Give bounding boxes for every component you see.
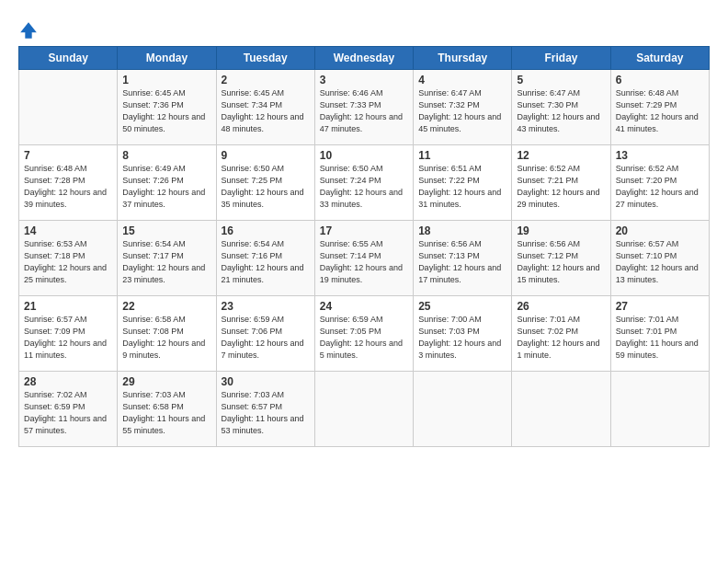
day-info: Sunrise: 6:52 AMSunset: 7:20 PMDaylight:… xyxy=(616,163,705,211)
calendar-cell: 11Sunrise: 6:51 AMSunset: 7:22 PMDayligh… xyxy=(414,145,512,221)
calendar-cell: 18Sunrise: 6:56 AMSunset: 7:13 PMDayligh… xyxy=(414,221,512,296)
day-number: 13 xyxy=(616,149,705,162)
calendar-cell: 27Sunrise: 7:01 AMSunset: 7:01 PMDayligh… xyxy=(610,296,709,372)
calendar-cell: 4Sunrise: 6:47 AMSunset: 7:32 PMDaylight… xyxy=(414,70,512,145)
weekday-header-sunday: Sunday xyxy=(19,47,118,70)
weekday-header-row: SundayMondayTuesdayWednesdayThursdayFrid… xyxy=(19,47,710,70)
calendar-cell: 6Sunrise: 6:48 AMSunset: 7:29 PMDaylight… xyxy=(610,70,709,145)
weekday-header-saturday: Saturday xyxy=(610,47,709,70)
day-info: Sunrise: 6:46 AMSunset: 7:33 PMDaylight:… xyxy=(320,87,409,135)
calendar-cell: 1Sunrise: 6:45 AMSunset: 7:36 PMDaylight… xyxy=(118,70,216,145)
day-info: Sunrise: 6:56 AMSunset: 7:12 PMDaylight:… xyxy=(517,238,606,286)
day-info: Sunrise: 7:03 AMSunset: 6:58 PMDaylight:… xyxy=(122,389,211,437)
day-number: 5 xyxy=(517,74,606,86)
day-info: Sunrise: 6:59 AMSunset: 7:05 PMDaylight:… xyxy=(320,314,409,362)
day-info: Sunrise: 6:59 AMSunset: 7:06 PMDaylight:… xyxy=(222,314,311,362)
calendar-table: SundayMondayTuesdayWednesdayThursdayFrid… xyxy=(18,46,710,447)
day-number: 12 xyxy=(517,149,606,162)
day-number: 25 xyxy=(418,300,507,313)
calendar-cell: 15Sunrise: 6:54 AMSunset: 7:17 PMDayligh… xyxy=(118,221,216,296)
page: SundayMondayTuesdayWednesdayThursdayFrid… xyxy=(0,0,728,563)
calendar-cell: 3Sunrise: 6:46 AMSunset: 7:33 PMDaylight… xyxy=(314,70,413,145)
header xyxy=(18,17,710,40)
day-info: Sunrise: 6:47 AMSunset: 7:32 PMDaylight:… xyxy=(418,87,507,135)
calendar-cell: 29Sunrise: 7:03 AMSunset: 6:58 PMDayligh… xyxy=(118,372,216,447)
weekday-header-wednesday: Wednesday xyxy=(314,47,413,70)
calendar-cell: 13Sunrise: 6:52 AMSunset: 7:20 PMDayligh… xyxy=(610,145,709,221)
day-number: 23 xyxy=(222,300,311,313)
day-info: Sunrise: 6:58 AMSunset: 7:08 PMDaylight:… xyxy=(122,314,211,362)
svg-marker-0 xyxy=(20,22,37,39)
weekday-header-friday: Friday xyxy=(512,47,610,70)
day-info: Sunrise: 6:51 AMSunset: 7:22 PMDaylight:… xyxy=(418,163,507,211)
day-number: 26 xyxy=(517,300,606,313)
day-info: Sunrise: 7:03 AMSunset: 6:57 PMDaylight:… xyxy=(222,389,311,437)
day-info: Sunrise: 6:57 AMSunset: 7:09 PMDaylight:… xyxy=(24,314,113,362)
calendar-week-3: 14Sunrise: 6:53 AMSunset: 7:18 PMDayligh… xyxy=(19,221,710,296)
day-number: 28 xyxy=(24,375,113,388)
calendar-cell: 5Sunrise: 6:47 AMSunset: 7:30 PMDaylight… xyxy=(512,70,610,145)
calendar-cell: 19Sunrise: 6:56 AMSunset: 7:12 PMDayligh… xyxy=(512,221,610,296)
day-info: Sunrise: 6:53 AMSunset: 7:18 PMDaylight:… xyxy=(24,238,113,286)
day-number: 19 xyxy=(517,224,606,237)
day-info: Sunrise: 6:45 AMSunset: 7:34 PMDaylight:… xyxy=(222,87,311,135)
day-number: 9 xyxy=(222,149,311,162)
day-number: 15 xyxy=(122,224,211,237)
day-number: 24 xyxy=(320,300,409,313)
calendar-cell: 17Sunrise: 6:55 AMSunset: 7:14 PMDayligh… xyxy=(314,221,413,296)
day-info: Sunrise: 7:01 AMSunset: 7:02 PMDaylight:… xyxy=(517,314,606,362)
day-number: 7 xyxy=(24,149,113,162)
calendar-cell: 26Sunrise: 7:01 AMSunset: 7:02 PMDayligh… xyxy=(512,296,610,372)
day-info: Sunrise: 6:55 AMSunset: 7:14 PMDaylight:… xyxy=(320,238,409,286)
calendar-cell: 10Sunrise: 6:50 AMSunset: 7:24 PMDayligh… xyxy=(314,145,413,221)
calendar-cell: 28Sunrise: 7:02 AMSunset: 6:59 PMDayligh… xyxy=(19,372,118,447)
day-info: Sunrise: 7:01 AMSunset: 7:01 PMDaylight:… xyxy=(616,314,705,362)
calendar-cell: 21Sunrise: 6:57 AMSunset: 7:09 PMDayligh… xyxy=(19,296,118,372)
logo-icon xyxy=(18,20,39,40)
day-info: Sunrise: 6:47 AMSunset: 7:30 PMDaylight:… xyxy=(517,87,606,135)
day-info: Sunrise: 6:49 AMSunset: 7:26 PMDaylight:… xyxy=(122,163,211,211)
day-number: 11 xyxy=(418,149,507,162)
calendar-cell: 30Sunrise: 7:03 AMSunset: 6:57 PMDayligh… xyxy=(216,372,314,447)
calendar-week-5: 28Sunrise: 7:02 AMSunset: 6:59 PMDayligh… xyxy=(19,372,710,447)
day-number: 8 xyxy=(122,149,211,162)
day-info: Sunrise: 7:00 AMSunset: 7:03 PMDaylight:… xyxy=(418,314,507,362)
day-info: Sunrise: 6:54 AMSunset: 7:16 PMDaylight:… xyxy=(222,238,311,286)
day-number: 29 xyxy=(122,375,211,388)
weekday-header-tuesday: Tuesday xyxy=(216,47,314,70)
day-info: Sunrise: 7:02 AMSunset: 6:59 PMDaylight:… xyxy=(24,389,113,437)
calendar-cell xyxy=(610,372,709,447)
calendar-cell: 2Sunrise: 6:45 AMSunset: 7:34 PMDaylight… xyxy=(216,70,314,145)
day-number: 1 xyxy=(122,74,211,86)
day-number: 2 xyxy=(222,74,311,86)
day-number: 17 xyxy=(320,224,409,237)
calendar-cell: 22Sunrise: 6:58 AMSunset: 7:08 PMDayligh… xyxy=(118,296,216,372)
calendar-cell xyxy=(19,70,118,145)
calendar-week-4: 21Sunrise: 6:57 AMSunset: 7:09 PMDayligh… xyxy=(19,296,710,372)
day-number: 16 xyxy=(222,224,311,237)
day-info: Sunrise: 6:50 AMSunset: 7:25 PMDaylight:… xyxy=(222,163,311,211)
calendar-cell: 25Sunrise: 7:00 AMSunset: 7:03 PMDayligh… xyxy=(414,296,512,372)
calendar-cell xyxy=(414,372,512,447)
calendar-cell: 16Sunrise: 6:54 AMSunset: 7:16 PMDayligh… xyxy=(216,221,314,296)
calendar-cell: 20Sunrise: 6:57 AMSunset: 7:10 PMDayligh… xyxy=(610,221,709,296)
calendar-cell: 24Sunrise: 6:59 AMSunset: 7:05 PMDayligh… xyxy=(314,296,413,372)
day-number: 6 xyxy=(616,74,705,86)
day-number: 10 xyxy=(320,149,409,162)
calendar-cell: 14Sunrise: 6:53 AMSunset: 7:18 PMDayligh… xyxy=(19,221,118,296)
day-info: Sunrise: 6:50 AMSunset: 7:24 PMDaylight:… xyxy=(320,163,409,211)
weekday-header-thursday: Thursday xyxy=(414,47,512,70)
day-number: 18 xyxy=(418,224,507,237)
day-info: Sunrise: 6:45 AMSunset: 7:36 PMDaylight:… xyxy=(122,87,211,135)
calendar-cell: 8Sunrise: 6:49 AMSunset: 7:26 PMDaylight… xyxy=(118,145,216,221)
calendar-cell: 9Sunrise: 6:50 AMSunset: 7:25 PMDaylight… xyxy=(216,145,314,221)
day-number: 3 xyxy=(320,74,409,86)
calendar-cell xyxy=(512,372,610,447)
calendar-cell: 7Sunrise: 6:48 AMSunset: 7:28 PMDaylight… xyxy=(19,145,118,221)
day-info: Sunrise: 6:57 AMSunset: 7:10 PMDaylight:… xyxy=(616,238,705,286)
day-number: 14 xyxy=(24,224,113,237)
day-number: 27 xyxy=(616,300,705,313)
day-info: Sunrise: 6:48 AMSunset: 7:29 PMDaylight:… xyxy=(616,87,705,135)
day-number: 4 xyxy=(418,74,507,86)
day-number: 20 xyxy=(616,224,705,237)
